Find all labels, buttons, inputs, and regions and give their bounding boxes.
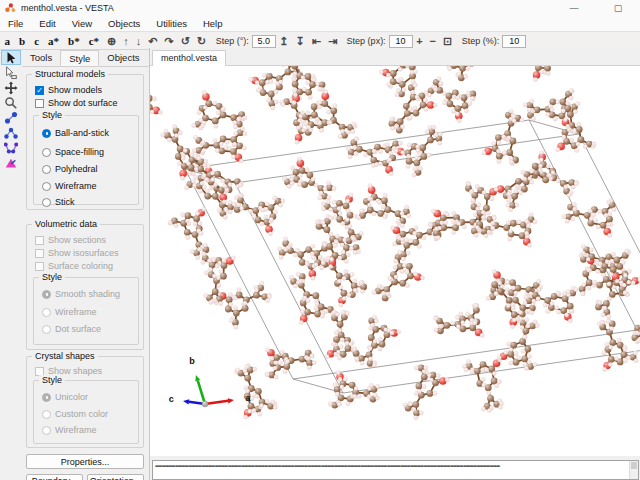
structural-models-title: Structural models: [32, 69, 108, 79]
rotate-right-icon[interactable]: ↷: [161, 34, 177, 49]
structure-canvas[interactable]: abc: [150, 66, 640, 456]
polyhedral-radio[interactable]: [42, 165, 51, 174]
step-deg-label: Step (°):: [210, 36, 252, 46]
show-sections-row: Show sections: [35, 235, 106, 245]
menu-help[interactable]: Help: [195, 16, 231, 31]
volumetric-wireframe-row: Wireframe: [42, 307, 97, 317]
fit-view-icon[interactable]: ⊡: [440, 34, 456, 49]
view-along-a-button[interactable]: a: [0, 35, 15, 47]
menu-objects[interactable]: Objects: [100, 16, 148, 31]
view-along-a-star-button[interactable]: a*: [44, 35, 64, 47]
menu-edit[interactable]: Edit: [31, 16, 63, 31]
distance-measure-icon[interactable]: [1, 110, 21, 125]
tab-objects[interactable]: Objects: [99, 50, 147, 66]
rotate-cw-icon[interactable]: ↻: [193, 34, 209, 49]
step-pct-label: Step (%):: [456, 36, 503, 46]
show-isosurfaces-checkbox: [35, 249, 44, 258]
menu-view[interactable]: View: [64, 16, 100, 31]
output-panel: ========================================…: [152, 460, 639, 480]
translate-left-icon[interactable]: ⇤: [308, 34, 324, 49]
crystal-shapes-title: Crystal shapes: [32, 351, 98, 361]
show-dot-surface-checkbox[interactable]: [35, 99, 44, 108]
output-scrollbar[interactable]: [629, 461, 638, 479]
view-along-c-button[interactable]: c: [30, 35, 44, 47]
unicolor-row: Unicolor: [42, 392, 88, 402]
properties-button[interactable]: Properties...: [26, 454, 144, 469]
stick-radio[interactable]: [42, 198, 51, 207]
space-filling-radio[interactable]: [42, 148, 51, 157]
angle-measure-icon[interactable]: [1, 125, 21, 140]
menu-utilities[interactable]: Utilities: [148, 16, 195, 31]
tab-style[interactable]: Style: [60, 50, 99, 66]
output-scrollbar-thumb[interactable]: [631, 462, 637, 469]
custom-color-radio: [42, 410, 51, 419]
document-tab[interactable]: menthol.vesta: [152, 50, 226, 66]
custom-color-row: Custom color: [42, 409, 108, 419]
menu-file[interactable]: File: [0, 16, 31, 31]
unicolor-radio: [42, 393, 51, 402]
boundary-button[interactable]: Boundary...: [26, 474, 83, 480]
polyhedral-row[interactable]: Polyhedral: [42, 164, 98, 174]
main-area: menthol.vesta abc ======================…: [149, 48, 640, 480]
tool-strip: [0, 50, 22, 480]
rotate-down-icon[interactable]: ↓: [132, 34, 145, 49]
dot-surface-row: Dot surface: [42, 324, 101, 334]
smooth-shading-row: Smooth shading: [42, 289, 120, 299]
show-isosurfaces-row: Show isosurfaces: [35, 248, 119, 258]
step-pct-input[interactable]: [502, 35, 526, 48]
translate-down-icon[interactable]: ↧: [292, 34, 308, 49]
volumetric-style-group: Style Smooth shading Wireframe Dot surfa…: [33, 277, 139, 345]
rotate-up-icon[interactable]: ↑: [120, 34, 133, 49]
maximize-button[interactable]: ▢: [596, 0, 640, 16]
show-sections-checkbox: [35, 236, 44, 245]
dot-surface-radio: [42, 325, 51, 334]
vesta-window: menthol.vesta - VESTA — ▢ File Edit View…: [0, 0, 640, 480]
structure-viewport[interactable]: abc: [150, 66, 640, 456]
whole-structure-icon[interactable]: ⊕: [104, 34, 120, 49]
dihedral-measure-icon[interactable]: [1, 140, 21, 155]
wireframe-row[interactable]: Wireframe: [42, 181, 97, 191]
plane-tool-icon[interactable]: [1, 155, 21, 170]
side-panel-tabs: Tools Style Objects: [22, 50, 149, 67]
structural-style-group: Style Ball-and-stick Space-filling Polyh…: [33, 115, 139, 205]
svg-text:c: c: [169, 394, 174, 404]
select-cursor-icon[interactable]: [1, 50, 21, 65]
document-tabstrip: menthol.vesta: [150, 48, 640, 66]
tab-tools[interactable]: Tools: [22, 50, 60, 66]
translate-up-icon[interactable]: ↥: [276, 34, 292, 49]
show-models-row[interactable]: ✓ Show models: [35, 85, 102, 95]
minimize-button[interactable]: —: [552, 0, 596, 16]
area-select-icon[interactable]: [1, 65, 21, 80]
side-panel: Tools Style Objects Structural models ✓ …: [22, 50, 149, 480]
window-title: menthol.vesta - VESTA: [21, 3, 114, 13]
translate-tool-icon[interactable]: [1, 80, 21, 95]
step-px-label: Step (px):: [341, 36, 389, 46]
volumetric-data-group: Volumetric data Show sections Show isosu…: [26, 224, 144, 350]
translate-right-icon[interactable]: ⇥: [324, 34, 340, 49]
step-px-input[interactable]: [389, 35, 413, 48]
stick-row[interactable]: Stick: [42, 197, 75, 207]
magnifier-icon[interactable]: [1, 95, 21, 110]
show-models-checkbox[interactable]: ✓: [35, 86, 44, 95]
orientation-button[interactable]: Orientation...: [87, 474, 144, 480]
rotate-ccw-icon[interactable]: ↺: [177, 34, 193, 49]
output-text: ========================================…: [155, 462, 500, 470]
show-dot-surface-row[interactable]: Show dot surface: [35, 98, 118, 108]
rotate-left-icon[interactable]: ↶: [145, 34, 161, 49]
step-deg-input[interactable]: [252, 35, 276, 48]
crystal-wireframe-radio: [42, 426, 51, 435]
zoom-in-icon[interactable]: +: [413, 34, 426, 49]
space-filling-row[interactable]: Space-filling: [42, 147, 104, 157]
crystal-style-group: Style Unicolor Custom color Wireframe: [33, 380, 139, 444]
view-along-b-star-button[interactable]: b*: [64, 35, 85, 47]
ball-and-stick-radio[interactable]: [42, 129, 51, 138]
view-along-c-star-button[interactable]: c*: [84, 35, 103, 47]
ball-and-stick-row[interactable]: Ball-and-stick: [42, 128, 109, 138]
view-along-b-button[interactable]: b: [15, 35, 30, 47]
smooth-shading-radio: [42, 290, 51, 299]
zoom-out-icon[interactable]: −: [426, 34, 439, 49]
title-bar: menthol.vesta - VESTA — ▢: [0, 0, 640, 16]
surface-coloring-checkbox: [35, 262, 44, 271]
surface-coloring-row: Surface coloring: [35, 261, 113, 271]
wireframe-radio[interactable]: [42, 182, 51, 191]
